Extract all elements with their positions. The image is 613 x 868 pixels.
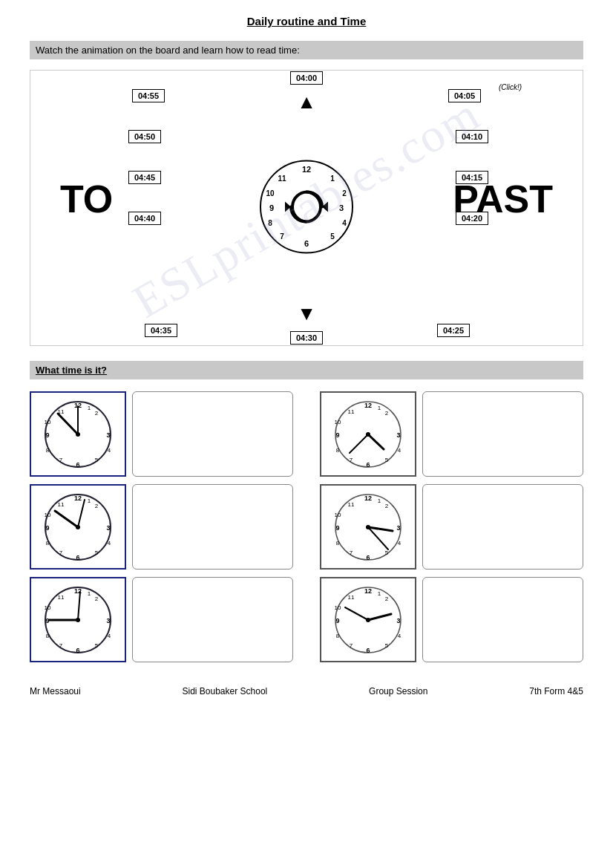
time-box-top-right: 04:05	[448, 89, 481, 102]
arrow-down-icon: ▼	[297, 302, 316, 325]
svg-text:6: 6	[366, 554, 370, 561]
click-hint: (Click!)	[499, 83, 522, 91]
footer-school: Sidi Boubaker School	[183, 686, 268, 696]
svg-text:3: 3	[339, 203, 344, 212]
svg-text:6: 6	[366, 647, 370, 654]
svg-text:6: 6	[76, 647, 79, 654]
col-gap-2	[299, 484, 314, 570]
svg-text:7: 7	[59, 457, 63, 463]
exercise-left-2: 12 3 6 9 2 4 5 7 8 10 11 1	[30, 484, 293, 570]
arrow-up-icon: ▲	[297, 91, 316, 114]
svg-text:4: 4	[398, 540, 401, 546]
svg-text:7: 7	[59, 549, 63, 556]
time-box-right3: 04:20	[456, 212, 488, 225]
svg-text:7: 7	[350, 642, 353, 649]
svg-text:10: 10	[335, 512, 341, 518]
time-box-left2: 04:45	[128, 171, 161, 184]
svg-text:5: 5	[385, 642, 389, 649]
svg-point-110	[366, 618, 370, 622]
exercise-row-1: 12 3 6 9 2 4 5 7 8 10 11 1	[30, 391, 583, 477]
svg-text:6: 6	[76, 554, 79, 561]
svg-text:2: 2	[385, 410, 389, 417]
svg-text:1: 1	[88, 405, 91, 411]
svg-text:6: 6	[76, 461, 79, 469]
clock-image-5: 12 3 6 9 2 4 5 7 8 10 11 1	[320, 484, 416, 570]
exercise-right-3: 12 3 6 9 2 4 5 7 8 10 11 1	[320, 577, 583, 662]
svg-text:4: 4	[108, 633, 111, 639]
svg-text:12: 12	[364, 402, 372, 409]
svg-text:4: 4	[398, 633, 401, 639]
exercise-row-3: 12 3 6 9 2 4 5 7 8 10 11 1	[30, 577, 583, 662]
exercise-right-1: 12 3 6 9 2 4 5 7 8 10 11 1	[320, 391, 583, 477]
svg-point-78	[366, 525, 370, 529]
svg-text:2: 2	[95, 410, 99, 417]
svg-text:8: 8	[46, 540, 50, 546]
answer-box-3[interactable]	[132, 577, 293, 662]
clock-face: 12 3 6 9 1 2 4 5 7 8 10 11	[258, 159, 355, 258]
svg-text:9: 9	[269, 203, 274, 212]
svg-text:10: 10	[45, 512, 51, 518]
svg-text:9: 9	[335, 431, 339, 439]
svg-text:2: 2	[385, 595, 389, 602]
svg-text:1: 1	[88, 590, 91, 597]
exercise-row-2: 12 3 6 9 2 4 5 7 8 10 11 1	[30, 484, 583, 570]
answer-box-1[interactable]	[132, 391, 293, 477]
svg-text:8: 8	[46, 633, 50, 639]
time-box-right1: 04:10	[456, 130, 488, 143]
col-gap-3	[299, 577, 314, 662]
svg-text:4: 4	[398, 447, 401, 454]
time-box-top: 04:00	[290, 71, 323, 85]
answer-box-2[interactable]	[132, 484, 293, 570]
col-gap-1	[299, 391, 314, 477]
svg-text:11: 11	[348, 408, 355, 415]
svg-text:12: 12	[74, 495, 82, 502]
svg-text:5: 5	[95, 642, 99, 649]
time-box-left3: 04:40	[128, 212, 161, 225]
page-title: Daily routine and Time	[30, 15, 583, 27]
time-box-right2: 04:15	[456, 171, 488, 184]
svg-text:3: 3	[106, 617, 110, 624]
svg-text:1: 1	[330, 174, 335, 183]
answer-box-5[interactable]	[422, 484, 583, 570]
svg-text:11: 11	[348, 594, 355, 601]
svg-text:10: 10	[335, 419, 341, 425]
footer: Mr Messaoui Sidi Boubaker School Group S…	[30, 683, 583, 696]
svg-text:1: 1	[378, 497, 381, 504]
svg-text:1: 1	[378, 590, 381, 597]
answer-box-6[interactable]	[422, 577, 583, 662]
exercise-left-3: 12 3 6 9 2 4 5 7 8 10 11 1	[30, 577, 293, 662]
svg-text:3: 3	[106, 431, 110, 439]
svg-text:10: 10	[266, 189, 275, 198]
svg-text:8: 8	[46, 447, 50, 454]
svg-text:3: 3	[396, 524, 400, 532]
svg-text:7: 7	[280, 232, 284, 241]
svg-text:7: 7	[350, 457, 353, 463]
footer-form: 7th Form 4&5	[529, 686, 583, 696]
clock-image-1: 12 3 6 9 2 4 5 7 8 10 11 1	[30, 391, 126, 477]
svg-text:11: 11	[58, 501, 65, 508]
svg-text:2: 2	[95, 595, 99, 602]
svg-text:12: 12	[302, 165, 311, 174]
svg-text:7: 7	[59, 642, 63, 649]
clock-image-4: 12 3 6 9 2 4 5 7 8 10 11 1	[320, 391, 416, 477]
svg-text:11: 11	[278, 174, 286, 183]
svg-text:5: 5	[385, 549, 389, 556]
time-box-left1: 04:50	[128, 130, 161, 143]
section2-header: What time is it?	[30, 361, 583, 379]
clock-diagram: TO PAST ▲ ▼ 12 3 6 9 1 2 4 5	[38, 85, 575, 330]
answer-box-4[interactable]	[422, 391, 583, 477]
svg-text:4: 4	[342, 219, 347, 227]
svg-text:2: 2	[95, 503, 99, 509]
svg-text:9: 9	[335, 524, 339, 532]
instruction-bar: Watch the animation on the board and lea…	[30, 41, 583, 59]
svg-text:8: 8	[336, 633, 340, 639]
svg-text:8: 8	[268, 219, 272, 227]
svg-point-46	[366, 432, 370, 437]
svg-text:6: 6	[366, 461, 370, 469]
time-box-bottom: 04:30	[290, 331, 323, 345]
svg-text:6: 6	[304, 239, 309, 248]
svg-text:3: 3	[106, 524, 110, 532]
svg-text:4: 4	[108, 540, 111, 546]
to-label: TO	[60, 177, 113, 221]
svg-text:4: 4	[108, 447, 111, 454]
